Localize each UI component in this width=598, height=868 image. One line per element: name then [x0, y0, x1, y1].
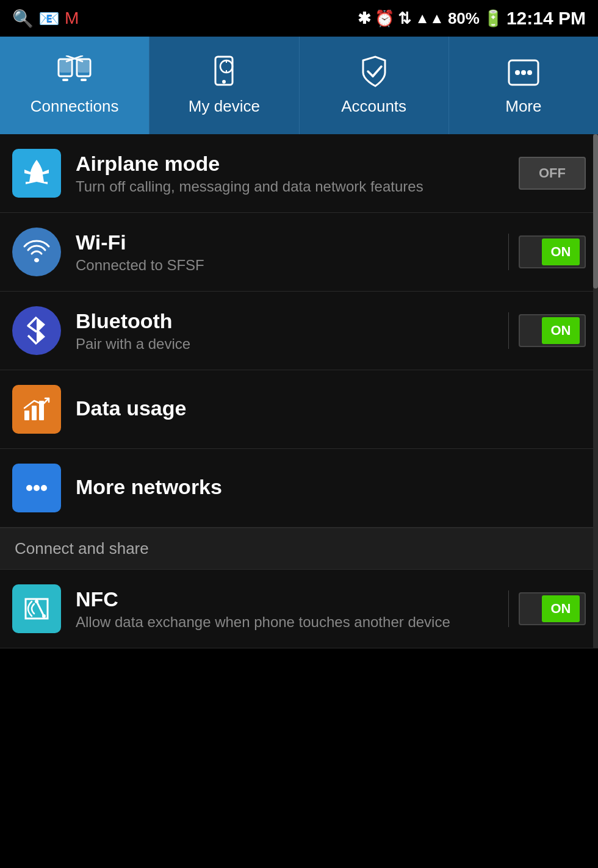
signal-icon: ▲▲	[415, 10, 444, 27]
more-networks-title: More networks	[76, 475, 586, 499]
connect-and-share-header: Connect and share	[0, 528, 598, 570]
tab-connections-label: Connections	[31, 97, 119, 116]
svg-rect-7	[81, 79, 87, 81]
data-usage-row[interactable]: Data usage	[0, 370, 598, 449]
more-networks-row[interactable]: More networks	[0, 449, 598, 528]
tab-accounts[interactable]: Accounts	[300, 37, 449, 134]
tab-more[interactable]: More	[449, 37, 598, 134]
battery-icon: 🔋	[483, 9, 503, 28]
wifi-toggle-container[interactable]: ON	[508, 234, 586, 270]
svg-point-17	[521, 70, 526, 75]
svg-rect-6	[62, 79, 68, 81]
more-networks-icon	[12, 464, 61, 512]
nfc-icon	[12, 584, 61, 633]
notification-icon: 📧	[38, 9, 60, 29]
svg-point-25	[35, 600, 38, 603]
gmail-icon: M	[65, 9, 79, 28]
tab-my-device-label: My device	[189, 97, 260, 116]
search-icon: 🔍	[12, 9, 34, 29]
nfc-title: NFC	[76, 587, 496, 611]
nfc-row[interactable]: NFC Allow data exchange when phone touch…	[0, 570, 598, 648]
status-icons-left: 🔍 📧 M	[12, 9, 79, 29]
wifi-text: Wi-Fi Connected to SFSF	[76, 231, 496, 274]
wifi-toggle[interactable]: ON	[519, 235, 586, 268]
clock: 12:14 PM	[506, 8, 586, 29]
airplane-mode-text: Airplane mode Turn off calling, messagin…	[76, 152, 506, 195]
wifi-subtitle: Connected to SFSF	[76, 257, 496, 274]
more-networks-text: More networks	[76, 475, 586, 501]
more-icon	[506, 56, 541, 92]
wifi-row[interactable]: Wi-Fi Connected to SFSF ON	[0, 213, 598, 292]
bluetooth-toggle-container[interactable]: ON	[508, 312, 586, 349]
svg-point-9	[222, 80, 226, 84]
scrollbar[interactable]	[593, 134, 598, 648]
tab-connections[interactable]: Connections	[0, 37, 150, 134]
bluetooth-status-icon: ✱	[358, 9, 371, 28]
status-bar: 🔍 📧 M ✱ ⏰ ⇅ ▲▲ 80% 🔋 12:14 PM	[0, 0, 598, 37]
svg-point-22	[26, 485, 32, 491]
svg-point-18	[527, 70, 532, 75]
wifi-icon	[12, 228, 61, 276]
wifi-title: Wi-Fi	[76, 231, 496, 254]
svg-line-14	[373, 66, 381, 76]
svg-point-24	[41, 485, 47, 491]
data-usage-title: Data usage	[76, 396, 586, 420]
nfc-text: NFC Allow data exchange when phone touch…	[76, 587, 496, 631]
my-device-icon	[207, 56, 241, 92]
airplane-mode-toggle-container[interactable]: OFF	[519, 157, 586, 190]
bluetooth-row[interactable]: Bluetooth Pair with a device ON	[0, 292, 598, 370]
svg-point-23	[34, 485, 40, 491]
scrollbar-thumb[interactable]	[593, 134, 598, 289]
status-icons-right: ✱ ⏰ ⇅ ▲▲ 80% 🔋 12:14 PM	[358, 8, 586, 29]
tab-bar: Connections My device Accounts	[0, 37, 598, 134]
nfc-subtitle: Allow data exchange when phone touches a…	[76, 614, 496, 631]
settings-scroll-area: Airplane mode Turn off calling, messagin…	[0, 134, 598, 648]
connections-icon	[57, 56, 92, 92]
tab-my-device[interactable]: My device	[150, 37, 299, 134]
bluetooth-icon	[12, 306, 61, 355]
bluetooth-text: Bluetooth Pair with a device	[76, 309, 496, 353]
wifi-divider	[508, 234, 509, 270]
accounts-icon	[357, 56, 391, 92]
airplane-mode-title: Airplane mode	[76, 152, 506, 176]
airplane-mode-row[interactable]: Airplane mode Turn off calling, messagin…	[0, 134, 598, 213]
svg-rect-1	[60, 60, 71, 73]
data-usage-text: Data usage	[76, 396, 586, 423]
svg-point-26	[42, 614, 46, 618]
svg-point-16	[515, 70, 520, 75]
sync-icon: ⇅	[398, 9, 411, 28]
nfc-toggle[interactable]: ON	[519, 592, 586, 625]
airplane-mode-icon	[12, 149, 61, 198]
tab-more-label: More	[505, 97, 541, 116]
bluetooth-title: Bluetooth	[76, 309, 496, 333]
airplane-mode-toggle[interactable]: OFF	[519, 157, 586, 190]
battery-percent: 80%	[448, 9, 480, 28]
nfc-toggle-container[interactable]: ON	[508, 590, 586, 627]
airplane-mode-subtitle: Turn off calling, messaging and data net…	[76, 178, 506, 195]
svg-rect-20	[32, 406, 37, 420]
data-usage-icon	[12, 385, 61, 434]
bluetooth-toggle-thumb: ON	[542, 317, 580, 344]
svg-rect-19	[24, 411, 29, 420]
bluetooth-subtitle: Pair with a device	[76, 335, 496, 353]
nfc-divider	[508, 590, 509, 627]
bluetooth-divider	[508, 312, 509, 349]
tab-accounts-label: Accounts	[341, 97, 406, 116]
settings-list: Airplane mode Turn off calling, messagin…	[0, 134, 598, 648]
svg-rect-3	[78, 60, 89, 73]
wifi-toggle-thumb: ON	[542, 239, 580, 265]
nfc-toggle-thumb: ON	[542, 595, 580, 622]
bluetooth-toggle[interactable]: ON	[519, 314, 586, 347]
alarm-icon: ⏰	[375, 9, 394, 28]
